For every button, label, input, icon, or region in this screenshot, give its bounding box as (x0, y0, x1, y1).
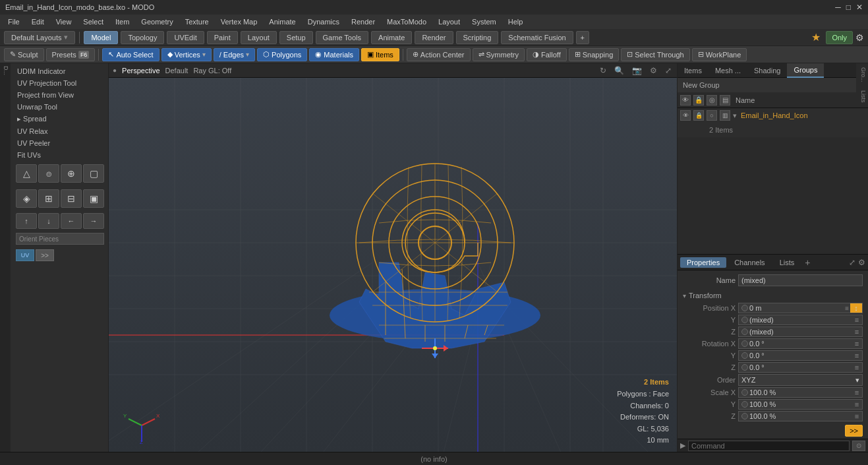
add-tab-button[interactable]: + (576, 31, 589, 44)
name-value[interactable]: (mixed) (738, 274, 863, 286)
item-lock-1[interactable]: 🔒 (693, 110, 704, 121)
item-eye-1[interactable]: 👁 (680, 110, 691, 121)
rotate-icon[interactable]: ↻ (600, 66, 606, 75)
menu-help[interactable]: Help (503, 16, 529, 27)
viewport[interactable]: ● Perspective Default Ray GL: Off ↻ 🔍 📷 … (109, 63, 677, 452)
tab-mesh[interactable]: Mesh ... (709, 63, 747, 78)
menu-maxtomodo[interactable]: MaxToModo (382, 16, 432, 27)
tool-icon-3[interactable]: ⊕ (61, 164, 82, 183)
view-preset[interactable]: Default (165, 67, 188, 75)
vertices-button[interactable]: ◆ Vertices ▾ (161, 48, 212, 61)
falloff-button[interactable]: ◑ Falloff (527, 48, 567, 61)
cmd-circle-button[interactable]: ⊙ (852, 441, 865, 451)
tab-paint[interactable]: Paint (207, 31, 238, 44)
layout-dropdown[interactable]: Default Layouts ▾ (4, 31, 75, 44)
action-center-button[interactable]: ⊕ Action Center (407, 48, 471, 61)
prop-gear-icon[interactable]: ⚙ (858, 258, 865, 267)
pos-y-field[interactable]: (mixed) ≡ (738, 315, 863, 325)
tab-setup[interactable]: Setup (279, 31, 313, 44)
fit-uvs[interactable]: Fit UVs (13, 150, 107, 160)
prop-tab-channels[interactable]: Channels (728, 257, 771, 268)
spread-tool[interactable]: ▸ Spread (13, 113, 107, 125)
zoom-icon[interactable]: 🔍 (614, 66, 624, 75)
minimize-button[interactable]: ─ (835, 3, 841, 12)
items-button[interactable]: ▣ Items (361, 48, 399, 61)
view-settings-icon[interactable]: ⚙ (650, 66, 657, 75)
tab-layout[interactable]: Layout (241, 31, 277, 44)
menu-view[interactable]: View (51, 16, 77, 27)
project-from-view[interactable]: Project from View (13, 90, 107, 100)
only-button[interactable]: Only (826, 31, 853, 44)
tab-game-tools[interactable]: Game Tools (316, 31, 369, 44)
command-input[interactable] (688, 441, 850, 451)
title-controls[interactable]: ─ □ ✕ (835, 3, 863, 12)
expand-arrow-1[interactable]: ▾ (733, 111, 737, 120)
order-select[interactable]: XYZ ▾ (738, 374, 863, 386)
uv-peeler[interactable]: UV Peeler (13, 138, 107, 148)
prop-tab-lists[interactable]: Lists (773, 257, 801, 268)
tab-shading[interactable]: Shading (747, 63, 787, 78)
tool-icon-5[interactable]: ◈ (16, 189, 37, 208)
menu-texture[interactable]: Texture (180, 16, 214, 27)
tab-items[interactable]: Items (678, 63, 709, 78)
symmetry-button[interactable]: ⇌ Symmetry (473, 48, 525, 61)
tab-topology[interactable]: Topology (121, 31, 164, 44)
rot-x-field[interactable]: 0.0 ° ≡ (738, 338, 863, 349)
menu-select[interactable]: Select (78, 16, 109, 27)
arrow-left[interactable]: ← (61, 213, 82, 229)
workplane-button[interactable]: ⊟ WorkPlane (692, 48, 747, 61)
menu-layout[interactable]: Layout (433, 16, 465, 27)
snapping-button[interactable]: ⊞ Snapping (569, 48, 620, 61)
scale-y-field[interactable]: 100.0 % ≡ (738, 399, 863, 410)
item-row-2[interactable]: 2 Items (678, 123, 868, 137)
vis-icon[interactable]: ◎ (707, 95, 717, 106)
expand-view-icon[interactable]: ⤢ (665, 66, 672, 75)
camera-icon[interactable]: 📷 (632, 66, 642, 75)
vert-tab-2[interactable]: Du... (0, 63, 1, 452)
arrow-up[interactable]: ↑ (16, 213, 37, 229)
uv-button[interactable]: UV (16, 249, 34, 261)
unwrap-tool[interactable]: Unwrap Tool (13, 102, 107, 112)
view-ray[interactable]: Ray GL: Off (193, 67, 231, 75)
rot-z-field[interactable]: 0.0 ° ≡ (738, 362, 863, 373)
tab-groups[interactable]: Groups (787, 63, 824, 78)
menu-animate[interactable]: Animate (264, 16, 301, 27)
scale-x-field[interactable]: 100.0 % ≡ (738, 387, 863, 398)
sculpt-button[interactable]: ✎ Sculpt (4, 48, 44, 61)
tool-icon-6[interactable]: ⊞ (38, 189, 59, 208)
tool-icon-2[interactable]: ⌾ (38, 164, 59, 183)
materials-button[interactable]: ◉ Materials (309, 48, 359, 61)
arrow-down[interactable]: ↓ (38, 213, 59, 229)
tool-icon-4[interactable]: ▢ (83, 164, 104, 183)
menu-dynamics[interactable]: Dynamics (303, 16, 345, 27)
expand-button[interactable]: >> (36, 249, 54, 261)
item-row-1[interactable]: 👁 🔒 ○ ▥ ▾ Email_in_Hand_Icon (678, 108, 868, 123)
rot-y-field[interactable]: 0.0 ° ≡ (738, 350, 863, 361)
tool-icon-1[interactable]: △ (16, 164, 37, 183)
menu-vertex-map[interactable]: Vertex Map (216, 16, 263, 27)
polygons-button[interactable]: ⬡ Polygons (257, 48, 307, 61)
tab-model[interactable]: Model (84, 31, 118, 44)
tool-icon-8[interactable]: ▣ (83, 189, 104, 208)
lock-icon[interactable]: 🔒 (693, 95, 704, 106)
menu-item[interactable]: Item (110, 16, 134, 27)
view-perspective[interactable]: Perspective (122, 67, 159, 75)
tab-uvedit[interactable]: UVEdit (167, 31, 204, 44)
menu-geometry[interactable]: Geometry (136, 16, 178, 27)
pos-x-bar[interactable]: ↕ (850, 303, 862, 313)
menu-edit[interactable]: Edit (26, 16, 49, 27)
tab-render[interactable]: Render (415, 31, 453, 44)
presets-button[interactable]: Presets F6 (46, 48, 96, 61)
prop-expand-icon[interactable]: ⤢ (849, 258, 855, 267)
prop-tab-properties[interactable]: Properties (680, 257, 726, 268)
prop-tab-plus[interactable]: + (805, 257, 810, 268)
arrow-right[interactable]: → (83, 213, 104, 229)
pos-x-field[interactable]: 0 m ↕ ≡ (738, 303, 863, 313)
menu-file[interactable]: File (3, 16, 25, 27)
menu-render[interactable]: Render (346, 16, 380, 27)
side-tab-groups[interactable]: Gro... (856, 63, 868, 86)
udim-indicator[interactable]: UDIM Indicator (13, 66, 107, 77)
side-tab-lists[interactable]: Lists (856, 86, 868, 107)
auto-select-button[interactable]: ↖ Auto Select (102, 48, 159, 61)
tab-animate[interactable]: Animate (371, 31, 412, 44)
